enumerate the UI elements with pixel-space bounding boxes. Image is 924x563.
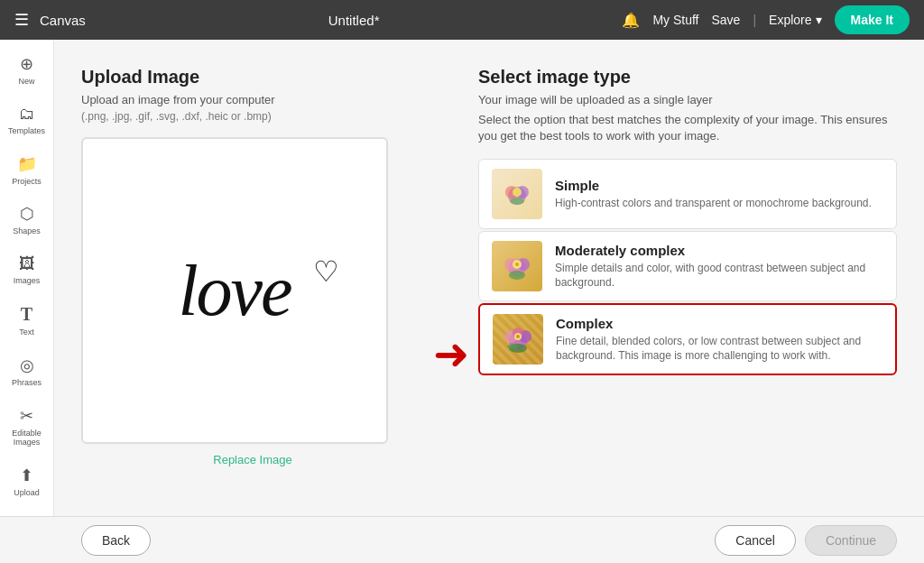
hamburger-menu-icon[interactable]: ☰ xyxy=(14,10,29,30)
replace-image-link[interactable]: Replace Image xyxy=(81,453,424,466)
back-button[interactable]: Back xyxy=(81,525,151,556)
svg-point-19 xyxy=(516,335,520,338)
simple-option-text: Simple High-contrast colors and transpar… xyxy=(555,178,883,211)
sidebar-item-projects[interactable]: 📁 Projects xyxy=(0,147,53,194)
simple-thumbnail xyxy=(492,169,542,219)
image-preview-box: love ♡ xyxy=(81,137,388,444)
sidebar-item-images[interactable]: 🖼 Images xyxy=(0,247,53,293)
moderate-thumbnail xyxy=(492,241,542,291)
notification-bell-icon[interactable]: 🔔 xyxy=(622,12,640,29)
nav-divider: | xyxy=(753,13,756,27)
simple-option-description: High-contrast colors and transparent or … xyxy=(555,196,883,211)
main-area: ⊕ New 🗂 Templates 📁 Projects ⬡ Shapes 🖼 … xyxy=(0,40,924,516)
svg-point-17 xyxy=(507,344,518,349)
top-navigation: ☰ Canvas Untitled* 🔔 My Stuff Save | Exp… xyxy=(0,0,924,40)
editable-images-icon: ✂ xyxy=(20,406,33,426)
upload-panel: Upload Image Upload an image from your c… xyxy=(81,67,424,498)
upload-icon: ⬆ xyxy=(20,466,33,485)
select-title: Select image type xyxy=(478,67,897,88)
templates-icon: 🗂 xyxy=(19,105,35,124)
moderate-option-description: Simple details and color, with good cont… xyxy=(555,261,883,291)
chevron-down-icon: ▾ xyxy=(816,13,822,27)
app-name-label: Canvas xyxy=(40,13,86,28)
heart-decoration: ♡ xyxy=(313,254,339,289)
preview-image-love-text: love xyxy=(178,250,291,332)
sidebar-item-monogram[interactable]: ⊞ Monogram xyxy=(0,509,53,516)
bottom-bar: Back Cancel Continue xyxy=(0,516,924,563)
simple-option-name: Simple xyxy=(555,178,883,193)
upload-subtitle: Upload an image from your computer xyxy=(81,93,424,106)
continue-button: Continue xyxy=(805,525,897,556)
option-simple[interactable]: Simple High-contrast colors and transpar… xyxy=(478,159,897,229)
sidebar-item-phrases[interactable]: ◎ Phrases xyxy=(0,348,53,395)
upload-formats: (.png, .jpg, .gif, .svg, .dxf, .heic or … xyxy=(81,110,424,123)
images-icon: 🖼 xyxy=(19,254,35,273)
complex-option-description: Fine detail, blended colors, or low cont… xyxy=(556,334,882,365)
projects-icon: 📁 xyxy=(17,154,37,174)
content-area: Upload Image Upload an image from your c… xyxy=(54,40,924,516)
image-type-options: Simple High-contrast colors and transpar… xyxy=(478,159,897,375)
sidebar-item-shapes[interactable]: ⬡ Shapes xyxy=(0,197,53,244)
svg-point-10 xyxy=(515,263,519,266)
option-moderately-complex[interactable]: Moderately complex Simple details and co… xyxy=(478,231,897,301)
arrow-area: ➜ xyxy=(424,211,478,498)
moderate-option-name: Moderately complex xyxy=(555,243,883,258)
text-icon: T xyxy=(21,304,32,325)
complex-option-name: Complex xyxy=(556,316,882,331)
complex-thumbnail xyxy=(493,314,543,365)
sidebar-item-new[interactable]: ⊕ New xyxy=(0,47,53,94)
right-arrow-icon: ➜ xyxy=(433,333,469,376)
svg-point-8 xyxy=(509,271,525,280)
sidebar-item-templates[interactable]: 🗂 Templates xyxy=(0,97,53,143)
svg-point-3 xyxy=(510,198,524,205)
my-stuff-link[interactable]: My Stuff xyxy=(652,13,698,27)
select-subtitle: Your image will be uploaded as a single … xyxy=(478,93,897,106)
cancel-button[interactable]: Cancel xyxy=(715,525,796,556)
complex-option-text: Complex Fine detail, blended colors, or … xyxy=(556,316,882,365)
explore-button[interactable]: Explore ▾ xyxy=(769,13,821,27)
sidebar-item-text[interactable]: T Text xyxy=(0,297,53,345)
moderate-option-text: Moderately complex Simple details and co… xyxy=(555,243,883,291)
phrases-icon: ◎ xyxy=(20,355,34,375)
new-icon: ⊕ xyxy=(20,54,33,74)
document-title[interactable]: Untitled* xyxy=(328,13,380,28)
shapes-icon: ⬡ xyxy=(20,204,34,224)
make-it-button[interactable]: Make It xyxy=(835,5,910,34)
save-button[interactable]: Save xyxy=(712,13,741,27)
sidebar: ⊕ New 🗂 Templates 📁 Projects ⬡ Shapes 🖼 … xyxy=(0,40,54,516)
upload-title: Upload Image xyxy=(81,67,424,88)
select-description: Select the option that best matches the … xyxy=(478,112,897,144)
option-complex[interactable]: Complex Fine detail, blended colors, or … xyxy=(478,303,897,375)
svg-point-4 xyxy=(513,188,522,197)
bottom-right-buttons: Cancel Continue xyxy=(715,525,897,556)
sidebar-item-upload[interactable]: ⬆ Upload xyxy=(0,458,53,505)
sidebar-item-editable-images[interactable]: ✂ Editable Images xyxy=(0,399,53,456)
select-image-type-panel: Select image type Your image will be upl… xyxy=(478,67,897,498)
